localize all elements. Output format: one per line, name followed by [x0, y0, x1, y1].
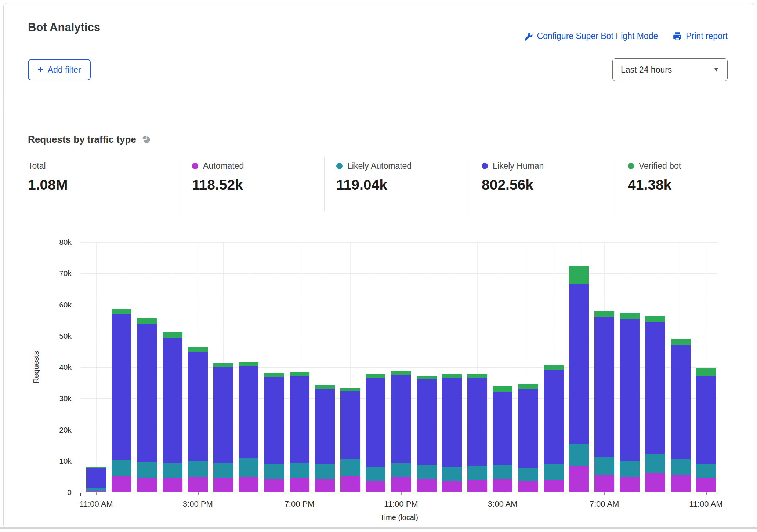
- bar-segment-likely-human: [493, 392, 512, 465]
- bar-segment-automated: [467, 480, 487, 492]
- printer-icon: [673, 32, 682, 41]
- bar-segment-likely-human: [315, 389, 335, 464]
- bar-segment-likely-human: [163, 338, 182, 463]
- plot-area: [80, 242, 718, 492]
- bar-segment-likely-human: [112, 314, 131, 460]
- verified-bot-dot-icon: [628, 163, 634, 169]
- bar-segment-likely-automated: [696, 464, 716, 478]
- stacked-bar: [518, 384, 538, 492]
- configure-super-bot-fight-mode-link[interactable]: Configure Super Bot Fight Mode: [524, 31, 658, 41]
- bar-segment-verified-bot: [493, 386, 512, 392]
- bar-segment-automated: [442, 481, 462, 492]
- bar-segment-likely-human: [264, 377, 284, 464]
- bar-segment-automated: [696, 478, 716, 492]
- stat-total[interactable]: Total 1.08M: [4, 157, 180, 212]
- y-tick-label: 60k: [37, 300, 72, 309]
- stacked-bar: [544, 365, 564, 492]
- add-filter-label: Add filter: [48, 65, 81, 75]
- stat-likely-automated-label: Likely Automated: [347, 161, 412, 171]
- y-gridline: [80, 242, 718, 243]
- configure-link-label: Configure Super Bot Fight Mode: [537, 31, 658, 41]
- bar-segment-likely-human: [417, 379, 437, 465]
- stacked-bar: [671, 339, 691, 492]
- bar-segment-likely-automated: [366, 467, 385, 481]
- x-tick-label: 3:00 PM: [183, 499, 213, 509]
- bar-segment-automated: [544, 480, 564, 492]
- bar-segment-verified-bot: [112, 309, 131, 314]
- bar-segment-verified-bot: [239, 362, 258, 367]
- x-tick-label: 3:00 AM: [488, 499, 518, 509]
- bar-segment-likely-automated: [340, 459, 360, 476]
- bar-segment-likely-automated: [493, 465, 512, 479]
- bar-segment-likely-human: [696, 376, 716, 464]
- bar-segment-likely-automated: [620, 461, 640, 477]
- x-tick-label: 11:00 PM: [384, 499, 418, 509]
- bar-segment-likely-automated: [645, 454, 665, 473]
- stat-automated[interactable]: Automated 118.52k: [180, 157, 324, 212]
- x-tick-mark: [401, 492, 402, 495]
- time-range-select[interactable]: Last 24 hours ▼: [612, 58, 728, 81]
- bar-segment-automated: [112, 476, 131, 492]
- bar-segment-verified-bot: [264, 373, 284, 377]
- bar-segment-automated: [391, 477, 411, 492]
- stacked-bar: [594, 311, 614, 492]
- bar-segment-verified-bot: [620, 313, 640, 319]
- stat-likely-human-value: 802.56k: [482, 177, 616, 193]
- stacked-bar: [315, 385, 335, 492]
- section-title-row: Requests by traffic type: [28, 134, 151, 145]
- x-tick-mark: [300, 492, 300, 495]
- bar-segment-likely-human: [594, 317, 614, 457]
- stacked-bar: [366, 374, 385, 492]
- bar-segment-likely-human: [290, 376, 309, 463]
- bar-segment-likely-automated: [264, 464, 284, 479]
- print-report-link[interactable]: Print report: [673, 31, 728, 41]
- stacked-bar: [137, 318, 157, 492]
- stat-likely-human[interactable]: Likely Human 802.56k: [470, 157, 616, 212]
- bar-segment-automated: [213, 478, 233, 492]
- x-tick-mark: [96, 492, 97, 495]
- bar-segment-likely-human: [671, 345, 691, 459]
- bar-segment-automated: [264, 479, 284, 492]
- bar-segment-automated: [569, 466, 589, 492]
- bar-segment-verified-bot: [594, 311, 614, 317]
- bar-segment-verified-bot: [340, 388, 360, 391]
- y-tick-label: 30k: [37, 394, 72, 403]
- stacked-bar: [493, 386, 512, 492]
- stacked-bar: [239, 362, 258, 492]
- stacked-bar: [340, 388, 360, 492]
- bar-segment-likely-automated: [137, 462, 157, 477]
- stat-verified-bot-value: 41.38k: [628, 177, 754, 193]
- bar-segment-likely-human: [366, 378, 385, 467]
- stat-automated-value: 118.52k: [192, 177, 324, 193]
- stat-likely-automated[interactable]: Likely Automated 119.04k: [324, 157, 470, 212]
- stat-likely-automated-value: 119.04k: [336, 177, 470, 193]
- stacked-bar: [213, 363, 233, 492]
- bot-analytics-card: Bot Analytics Configure Super Bot Fight …: [3, 3, 754, 528]
- y-gridline: [80, 273, 718, 274]
- bar-segment-verified-bot: [188, 347, 208, 352]
- bar-segment-automated: [188, 477, 208, 492]
- bar-segment-verified-bot: [467, 374, 487, 378]
- bar-segment-automated: [315, 479, 335, 492]
- bar-segment-likely-automated: [213, 463, 233, 478]
- bar-segment-automated: [518, 481, 538, 492]
- bar-segment-verified-bot: [544, 365, 564, 370]
- wrench-icon: [524, 32, 533, 41]
- stat-verified-bot[interactable]: Verified bot 41.38k: [616, 157, 754, 212]
- x-tick-mark: [198, 492, 199, 495]
- stacked-bar: [391, 371, 411, 492]
- bar-segment-likely-automated: [467, 466, 487, 480]
- bar-segment-likely-automated: [315, 464, 335, 479]
- bar-segment-likely-automated: [569, 444, 589, 466]
- bar-segment-likely-human: [544, 370, 564, 464]
- bar-segment-verified-bot: [366, 374, 385, 378]
- stacked-bar: [86, 467, 106, 492]
- y-tick-label: 20k: [37, 426, 72, 434]
- add-filter-button[interactable]: + Add filter: [28, 59, 91, 80]
- stacked-bar: [569, 266, 589, 492]
- bar-segment-likely-human: [239, 366, 258, 458]
- chevron-down-icon: ▼: [713, 66, 719, 73]
- bar-segment-likely-automated: [391, 463, 411, 477]
- x-axis-title: Time (local): [380, 513, 418, 522]
- bar-segment-likely-automated: [163, 463, 182, 478]
